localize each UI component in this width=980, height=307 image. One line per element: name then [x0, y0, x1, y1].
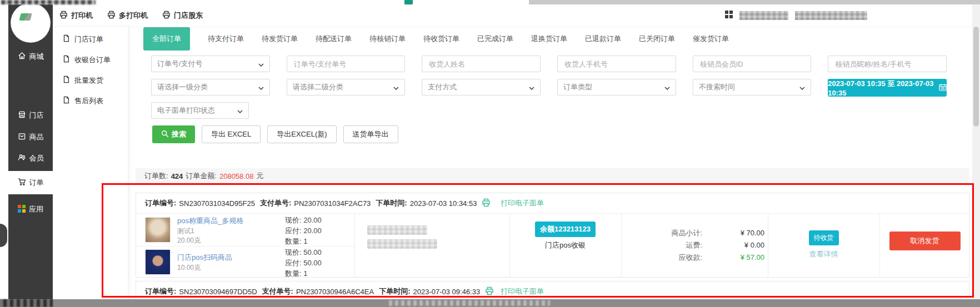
product-thumbnail[interactable] — [145, 217, 171, 243]
sidebar-item-label: 订单 — [29, 178, 44, 188]
sidebar-item-label: 会员 — [29, 153, 44, 163]
price-value: 50.00 — [303, 248, 322, 256]
product-name-link[interactable]: 门店pos扫码商品 — [177, 253, 232, 263]
receivable-label: 应收款: — [678, 251, 702, 264]
search-icon — [161, 130, 169, 139]
browser-top-edge — [0, 0, 980, 4]
sidebar-item-label: 门店 — [29, 110, 44, 120]
cancel-shipping-button[interactable]: 取消发货 — [889, 231, 961, 250]
scrollbar-thumb[interactable] — [973, 27, 979, 127]
column-divider — [354, 214, 355, 277]
select-value: 不搜索时间 — [699, 82, 735, 92]
order-count-value: 424 — [171, 172, 183, 180]
tab-wait-ship[interactable]: 待发货订单 — [262, 34, 298, 44]
qty-label: 数量: — [285, 237, 302, 245]
export-excel-new-button[interactable]: 导出EXCEL(新) — [267, 125, 336, 143]
subsidebar-item-label: 售后列表 — [74, 96, 103, 106]
subsidebar-item-store-orders[interactable]: 门店订单 — [53, 29, 128, 49]
store-shareholder-button[interactable]: 门店股东 — [162, 11, 203, 21]
payment-badge: 余额123213123 — [535, 222, 596, 237]
subsidebar-item-label: 收银台订单 — [74, 55, 111, 65]
receiver-phone-input[interactable] — [563, 59, 670, 69]
tab-all[interactable]: 全部订单 — [143, 27, 190, 51]
delivery-note-export-button[interactable]: 送货单导出 — [343, 125, 398, 143]
category-level1-select[interactable]: 请选择一级分类 — [151, 79, 270, 95]
product-name-link[interactable]: pos称重商品_多规格 — [177, 216, 243, 226]
date-range-button[interactable]: 2023-07-03 10:35 至 2023-07-03 10:35 — [828, 79, 947, 97]
sidebar-item-apps[interactable]: 应用 — [8, 199, 53, 220]
tab-refunded[interactable]: 已退款订单 — [585, 34, 621, 44]
subsidebar-item-cashier-orders[interactable]: 收银台订单 — [53, 49, 128, 70]
shipping-label: 运费: — [686, 239, 702, 251]
verifier-info-input[interactable] — [834, 59, 941, 69]
order-no-type-select[interactable]: 订单号/支付号 — [151, 56, 270, 72]
document-icon — [62, 55, 70, 64]
action-column: 取消发货 — [879, 214, 970, 250]
censored-bottom-text — [389, 300, 550, 306]
main-sidebar: 商城 门店 商品 会员 订单 应用 — [8, 4, 53, 299]
grid-menu-icon[interactable] — [725, 11, 733, 20]
tab-wait-verify[interactable]: 待核销订单 — [369, 34, 406, 44]
document-icon — [62, 76, 70, 85]
topbar-item-label: 门店股东 — [174, 11, 203, 21]
pay-no-label: 支付单号: — [262, 286, 293, 296]
bottom-edge-bar — [0, 299, 980, 307]
sidebar-collapse-handle[interactable] — [0, 224, 7, 247]
eprint-printer-icon[interactable] — [482, 198, 491, 209]
category-level2-select[interactable]: 请选择二级分类 — [287, 79, 406, 95]
order-header: 订单编号: SN2307031034D95F25 支付单号: PN2307031… — [136, 193, 969, 214]
view-detail-link[interactable]: 查看详情 — [768, 249, 879, 259]
censored-receiver-name — [367, 225, 427, 235]
sidebar-item-label: 商城 — [29, 52, 44, 62]
tab-urge-ship[interactable]: 催发货订单 — [693, 34, 729, 44]
tab-wait-delivery[interactable]: 待配送订单 — [316, 34, 352, 44]
time-mode-select[interactable]: 不搜索时间 — [693, 79, 812, 95]
vertical-scrollbar[interactable] — [972, 4, 980, 299]
subsidebar-item-label: 批量发货 — [74, 76, 103, 85]
subsidebar-item-aftersale-list[interactable]: 售后列表 — [53, 90, 128, 111]
sidebar-item-label: 商品 — [29, 132, 44, 142]
receivable-value: ¥ 57.00 — [702, 251, 764, 264]
payment-column: 余额123213123 门店pos收银 — [509, 214, 621, 250]
print-eorder-link[interactable]: 打印电子面单 — [501, 198, 544, 208]
sidebar-item-store[interactable]: 门店 — [8, 105, 53, 126]
tab-wait-receive[interactable]: 待收货订单 — [423, 34, 459, 44]
status-badge: 待收货 — [809, 230, 839, 245]
document-icon — [62, 34, 70, 44]
topbar-item-label: 多打印机 — [119, 11, 148, 21]
censored-username — [739, 11, 788, 20]
tab-completed[interactable]: 已完成订单 — [477, 34, 513, 44]
tab-closed[interactable]: 已关闭订单 — [639, 34, 675, 44]
search-button[interactable]: 搜索 — [152, 125, 195, 143]
product-price-block: 现价: 50.00 应付: 50.00 数量: 1 — [285, 247, 322, 279]
sidebar-item-order[interactable]: 订单 — [8, 171, 53, 194]
printer-button[interactable]: 打印机 — [59, 11, 93, 21]
print-eorder-link[interactable]: 打印电子面单 — [501, 286, 544, 296]
shipping-value: ¥ 0.00 — [702, 239, 764, 251]
verifier-member-id-input[interactable] — [699, 59, 806, 69]
eprint-status-select[interactable]: 电子面单打印状态 — [151, 102, 249, 119]
export-excel-button[interactable]: 导出 EXCEL — [202, 125, 261, 143]
subtotal-label: 商品小计: — [671, 227, 702, 239]
tab-return-exchange[interactable]: 退换货订单 — [531, 34, 567, 44]
order-no-input[interactable] — [293, 59, 399, 69]
avatar[interactable] — [11, 3, 50, 42]
order-type-select[interactable]: 订单类型 — [557, 79, 676, 95]
receiver-name-input[interactable] — [428, 59, 534, 69]
order-time-value: 2023-07-03 09:46:33 — [413, 288, 480, 296]
subsidebar-item-batch-ship[interactable]: 批量发货 — [53, 70, 128, 90]
tab-wait-pay[interactable]: 待支付订单 — [208, 34, 244, 44]
main-content: 全部订单 待支付订单 待发货订单 待配送订单 待核销订单 待收货订单 已完成订单… — [128, 27, 980, 307]
order-no-label: 订单编号: — [145, 286, 176, 296]
product-thumbnail[interactable] — [145, 249, 171, 275]
chevron-down-icon — [258, 60, 264, 68]
sidebar-item-product[interactable]: 商品 — [8, 127, 53, 148]
eprint-printer-icon[interactable] — [485, 286, 494, 297]
order-header: 订单编号: SN230703094697DD5D 支付单号: PN2307030… — [136, 281, 969, 301]
sidebar-item-member[interactable]: 会员 — [8, 148, 53, 169]
multi-printer-button[interactable]: 多打印机 — [107, 11, 148, 21]
pay-method-select[interactable]: 支付方式 — [422, 79, 541, 95]
censored-top-left-text — [1, 0, 96, 4]
sidebar-item-mall[interactable]: 商城 — [8, 46, 53, 67]
actions-row: 搜索 导出 EXCEL 导出EXCEL(新) 送货单导出 — [152, 125, 398, 143]
